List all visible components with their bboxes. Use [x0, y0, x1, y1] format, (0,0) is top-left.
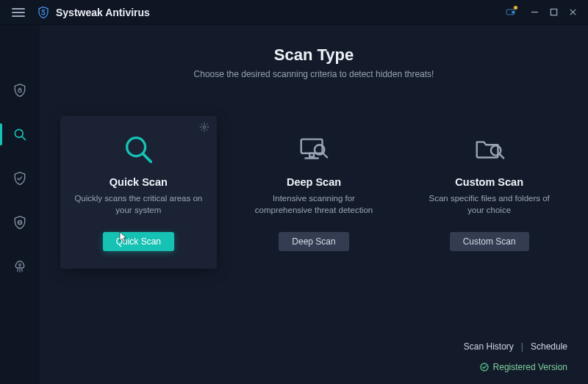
shield-check-icon [12, 171, 27, 186]
rocket-icon [12, 259, 27, 274]
minimize-icon [531, 8, 539, 16]
quick-scan-icon [121, 129, 155, 169]
card-desc: Scan specific files and folders of your … [423, 192, 556, 216]
svg-line-22 [323, 153, 327, 158]
close-button[interactable] [563, 3, 582, 22]
card-title: Deep Scan [287, 176, 341, 188]
scan-history-link[interactable]: Scan History [464, 341, 514, 352]
page-title: Scan Type [60, 46, 567, 65]
svg-rect-18 [301, 140, 323, 153]
card-desc: Quickly scans the critical areas on your… [72, 192, 204, 216]
deep-scan-button[interactable]: Deep Scan [279, 232, 348, 251]
card-settings-button[interactable] [199, 122, 209, 135]
svg-point-15 [203, 126, 206, 128]
svg-rect-9 [18, 90, 21, 92]
shield-lock-icon [12, 83, 27, 98]
deep-scan-icon [297, 129, 331, 169]
card-quick-scan[interactable]: Quick Scan Quickly scans the critical ar… [60, 116, 217, 269]
sidebar-item-scan[interactable] [0, 120, 40, 148]
scan-cards: Quick Scan Quickly scans the critical ar… [60, 116, 567, 269]
magnifier-icon [12, 127, 27, 142]
app-logo [31, 0, 56, 25]
minimize-button[interactable] [525, 3, 544, 22]
card-title: Custom Scan [455, 176, 523, 188]
sidebar-item-quarantine[interactable] [0, 164, 40, 192]
schedule-link[interactable]: Schedule [531, 341, 567, 352]
sidebar-item-protection[interactable] [0, 76, 40, 104]
sidebar-item-boost[interactable] [0, 253, 40, 280]
titlebar: Systweak Antivirus [0, 0, 588, 25]
shield-s-icon [37, 6, 50, 19]
check-circle-icon [480, 363, 489, 372]
custom-scan-button[interactable]: Custom Scan [450, 232, 529, 251]
hamburger-icon [12, 7, 25, 18]
close-icon [569, 8, 577, 16]
gear-icon [199, 122, 209, 132]
svg-line-17 [143, 154, 151, 162]
registered-label: Registered Version [493, 362, 567, 372]
card-custom-scan[interactable]: Custom Scan Scan specific files and fold… [411, 116, 567, 269]
notification-dot-icon [513, 5, 518, 10]
page-subtitle: Choose the desired scanning criteria to … [60, 69, 567, 79]
custom-scan-icon [473, 129, 506, 169]
separator: | [521, 341, 523, 352]
card-title: Quick Scan [110, 176, 168, 188]
svg-rect-6 [551, 9, 556, 15]
maximize-icon [550, 8, 558, 16]
main-content: Scan Type Choose the desired scanning cr… [40, 25, 588, 384]
wallet-button[interactable] [501, 3, 520, 22]
app-title: Systweak Antivirus [56, 7, 150, 18]
svg-rect-4 [512, 11, 514, 13]
registered-status: Registered Version [480, 362, 567, 372]
svg-line-11 [22, 137, 26, 140]
sidebar-item-web[interactable] [0, 209, 40, 236]
maximize-button[interactable] [544, 3, 563, 22]
shield-e-icon [12, 215, 27, 230]
footer-links: Scan History | Schedule [464, 341, 567, 352]
svg-line-24 [499, 154, 503, 159]
quick-scan-button[interactable]: Quick Scan [103, 232, 174, 251]
menu-button[interactable] [6, 0, 31, 25]
sidebar [0, 25, 40, 384]
svg-point-14 [19, 264, 21, 266]
card-desc: Intensive scanning for comprehensive thr… [248, 192, 380, 216]
svg-rect-19 [309, 153, 314, 157]
card-deep-scan[interactable]: Deep Scan Intensive scanning for compreh… [236, 116, 392, 269]
